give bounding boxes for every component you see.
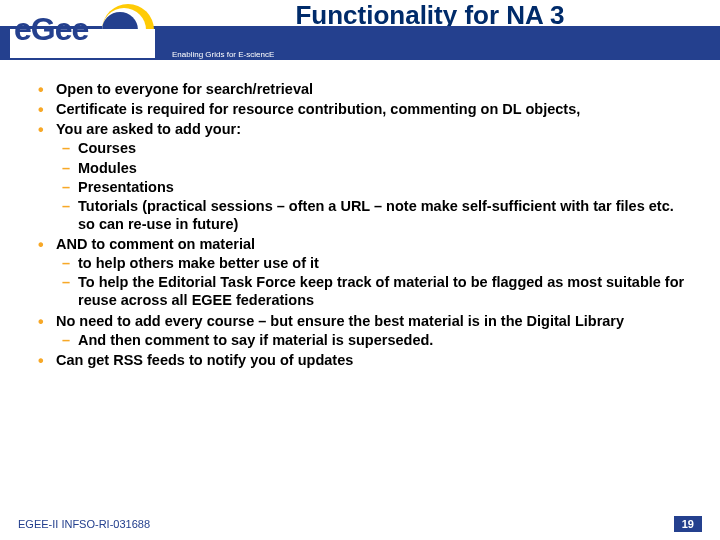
list-item: No need to add every course – but ensure… <box>30 312 690 349</box>
slide-content: Open to everyone for search/retrieval Ce… <box>0 70 720 369</box>
bullet-text: You are asked to add your: <box>56 121 241 137</box>
slide-header: Functionality for NA 3 eGee Enabling Gri… <box>0 0 720 70</box>
sub-list: Courses Modules Presentations Tutorials … <box>56 139 690 233</box>
sub-item: Courses <box>56 139 690 157</box>
sub-text: To help the Editorial Task Force keep tr… <box>78 274 684 308</box>
sub-text: Courses <box>78 140 136 156</box>
list-item: You are asked to add your: Courses Modul… <box>30 120 690 233</box>
list-item: Certificate is required for resource con… <box>30 100 690 118</box>
svg-text:eGee: eGee <box>14 11 88 47</box>
sub-list: And then comment to say if material is s… <box>56 331 690 349</box>
sub-item: Modules <box>56 159 690 177</box>
bullet-text: AND to comment on material <box>56 236 255 252</box>
sub-text: Tutorials (practical sessions – often a … <box>78 198 674 232</box>
egee-logo: eGee <box>10 2 155 58</box>
slide-number: 19 <box>674 516 702 532</box>
bullet-text: Open to everyone for search/retrieval <box>56 81 313 97</box>
header-tagline: Enabling Grids for E-sciencE <box>172 50 274 59</box>
bullet-list: Open to everyone for search/retrieval Ce… <box>30 80 690 369</box>
sub-text: to help others make better use of it <box>78 255 319 271</box>
list-item: AND to comment on material to help other… <box>30 235 690 310</box>
sub-text: And then comment to say if material is s… <box>78 332 433 348</box>
bullet-text: Certificate is required for resource con… <box>56 101 580 117</box>
sub-item: Presentations <box>56 178 690 196</box>
sub-text: Presentations <box>78 179 174 195</box>
sub-list: to help others make better use of it To … <box>56 254 690 309</box>
sub-text: Modules <box>78 160 137 176</box>
list-item: Open to everyone for search/retrieval <box>30 80 690 98</box>
footer-reference: EGEE-II INFSO-RI-031688 <box>18 518 150 530</box>
sub-item: Tutorials (practical sessions – often a … <box>56 197 690 233</box>
sub-item: And then comment to say if material is s… <box>56 331 690 349</box>
bullet-text: Can get RSS feeds to notify you of updat… <box>56 352 353 368</box>
list-item: Can get RSS feeds to notify you of updat… <box>30 351 690 369</box>
sub-item: To help the Editorial Task Force keep tr… <box>56 273 690 309</box>
slide-footer: EGEE-II INFSO-RI-031688 19 <box>0 516 720 532</box>
sub-item: to help others make better use of it <box>56 254 690 272</box>
bullet-text: No need to add every course – but ensure… <box>56 313 624 329</box>
